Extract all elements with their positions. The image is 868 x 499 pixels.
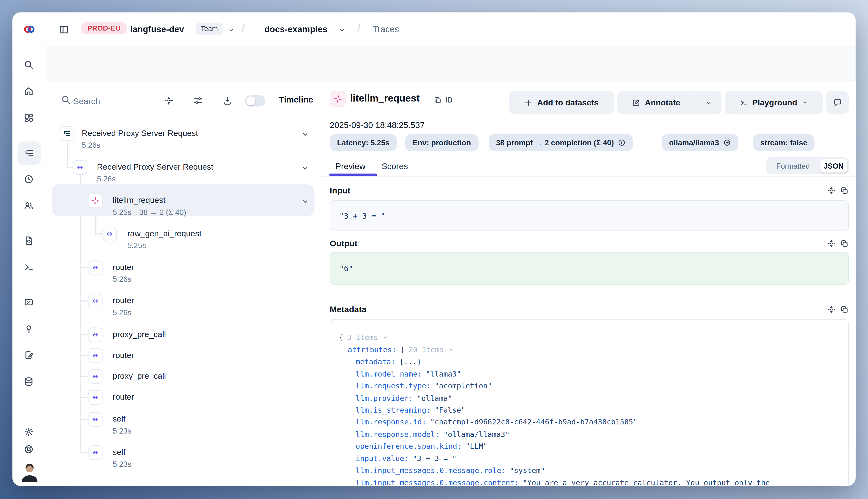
breadcrumb-project[interactable]: docs-examples — [265, 24, 327, 34]
tree-connector — [80, 397, 88, 398]
sessions-clock-icon[interactable] — [24, 174, 34, 184]
span-arrows-icon — [91, 297, 99, 305]
chevron-down-icon[interactable] — [301, 130, 309, 138]
playground-button[interactable]: Playground — [725, 91, 823, 114]
copy-section-icon[interactable] — [840, 186, 849, 195]
chevron-down-icon — [705, 99, 712, 106]
insights-lightbulb-icon[interactable] — [24, 324, 34, 334]
org-type-badge: Team — [196, 23, 223, 35]
node-label: proxy_pre_call — [113, 330, 166, 339]
search-icon[interactable] — [24, 60, 34, 70]
span-node-icon-chip — [88, 294, 102, 308]
add-to-datasets-label: Add to datasets — [537, 98, 599, 107]
prompts-file-code-icon[interactable] — [24, 235, 34, 246]
playground-terminal-icon[interactable] — [24, 262, 34, 272]
collapse-all-fold-icon[interactable] — [164, 96, 174, 105]
download-icon[interactable] — [222, 96, 232, 105]
breadcrumb-org[interactable]: langfuse-dev — [130, 24, 184, 34]
fold-section-icon[interactable] — [827, 186, 836, 195]
json-items-count[interactable]: 20 Items — [408, 345, 444, 354]
span-arrows-icon — [91, 264, 99, 272]
node-duration: 5.23s — [113, 460, 131, 468]
generation-node-icon-chip — [88, 193, 102, 208]
chevron-down-icon[interactable] — [448, 346, 454, 353]
json-line: llm.request.type:"acompletion" — [356, 380, 492, 392]
span-node-icon-chip — [102, 227, 117, 241]
span-node-icon-chip — [88, 390, 102, 405]
span-node-icon-chip — [73, 160, 87, 175]
chevron-down-icon[interactable] — [301, 197, 309, 206]
copy-id-icon[interactable] — [433, 96, 442, 104]
home-icon[interactable] — [24, 86, 34, 96]
json-collapsed-object[interactable]: {...} — [399, 357, 421, 366]
sidebar-item-tracing-active[interactable] — [17, 142, 41, 165]
tree-connector — [80, 419, 88, 420]
tree-connector — [67, 141, 68, 168]
tab-preview[interactable]: Preview — [335, 161, 365, 171]
org-chevron-down-icon[interactable] — [228, 26, 235, 34]
add-to-datasets-button[interactable]: Add to datasets — [509, 91, 614, 114]
timeline-toggle[interactable] — [245, 95, 265, 107]
comments-button[interactable] — [827, 91, 849, 114]
tab-scores[interactable]: Scores — [381, 161, 408, 171]
settings-gear-icon[interactable] — [24, 427, 34, 437]
generation-pinwheel-icon — [333, 94, 342, 104]
environment-badge: PROD-EU — [81, 22, 127, 34]
timeline-label: Timeline — [279, 95, 313, 105]
tree-connector — [80, 376, 88, 377]
json-line: llm.input_messages.0.message.content:"Yo… — [356, 477, 770, 486]
datasets-database-icon[interactable] — [24, 377, 34, 387]
info-icon[interactable] — [618, 138, 626, 147]
format-option-formatted[interactable]: Formatted — [766, 161, 820, 170]
trace-tree-icon — [63, 130, 71, 138]
user-avatar[interactable] — [18, 459, 41, 482]
span-node-icon-chip — [88, 349, 102, 363]
node-label: router — [113, 392, 134, 401]
tree-connector — [80, 452, 88, 453]
span-arrows-icon — [91, 449, 99, 457]
chevron-down-icon[interactable] — [382, 334, 388, 341]
json-line: openinference.span.kind:"LLM" — [356, 440, 487, 452]
copy-section-icon[interactable] — [840, 305, 849, 314]
users-icon[interactable] — [24, 200, 34, 211]
node-label: proxy_pre_call — [113, 372, 166, 380]
evaluation-percent-icon[interactable] — [24, 297, 34, 307]
tree-connector — [80, 175, 81, 453]
model-badge: ollama/llama3 — [662, 134, 738, 151]
dashboards-icon[interactable] — [24, 113, 34, 123]
fold-section-icon[interactable] — [827, 239, 836, 248]
search-icon — [61, 95, 71, 105]
annotation-clipboard-icon[interactable] — [24, 350, 34, 360]
environment-badge: Env: production — [405, 134, 478, 151]
annotate-dropdown-button[interactable] — [696, 91, 721, 114]
copy-section-icon[interactable] — [840, 239, 849, 248]
node-label: router — [113, 351, 134, 360]
trace-tree-panel: Timeline Received Proxy Server Request 5… — [46, 81, 321, 486]
id-label[interactable]: ID — [445, 96, 453, 104]
token-usage-badge: 38 prompt → 2 completion (Σ 40) — [489, 134, 633, 151]
format-option-json-selected[interactable]: JSON — [820, 159, 847, 172]
json-line: llm.is_streaming:"False" — [356, 404, 465, 416]
annotate-button[interactable]: Annotate — [617, 91, 695, 114]
tree-connector — [95, 233, 102, 234]
tree-search-input[interactable] — [73, 94, 152, 108]
tree-connector — [67, 167, 73, 168]
metadata-section-label: Metadata — [330, 304, 366, 314]
latency-badge: Latency: 5.25s — [330, 134, 397, 151]
breadcrumb-section[interactable]: Traces — [372, 24, 399, 34]
stream-badge: stream: false — [753, 134, 815, 151]
node-label: Received Proxy Server Request — [97, 162, 213, 171]
fold-section-icon[interactable] — [827, 305, 836, 314]
sidebar-toggle-panel-icon[interactable] — [59, 24, 70, 35]
json-items-count[interactable]: 3 Items — [347, 333, 378, 342]
span-arrows-icon — [91, 393, 99, 401]
tree-settings-sliders-icon[interactable] — [193, 96, 203, 105]
org-logo-knot-icon[interactable] — [23, 23, 36, 36]
plus-circle-icon[interactable] — [723, 138, 731, 147]
annotate-label: Annotate — [645, 98, 680, 107]
support-lifebuoy-icon[interactable] — [24, 444, 34, 454]
desktop: PROD-EU langfuse-dev Team / docs-example… — [0, 0, 868, 499]
chevron-down-icon[interactable] — [301, 164, 309, 172]
node-label: litellm_request — [113, 196, 166, 205]
project-chevron-down-icon[interactable] — [338, 26, 345, 34]
